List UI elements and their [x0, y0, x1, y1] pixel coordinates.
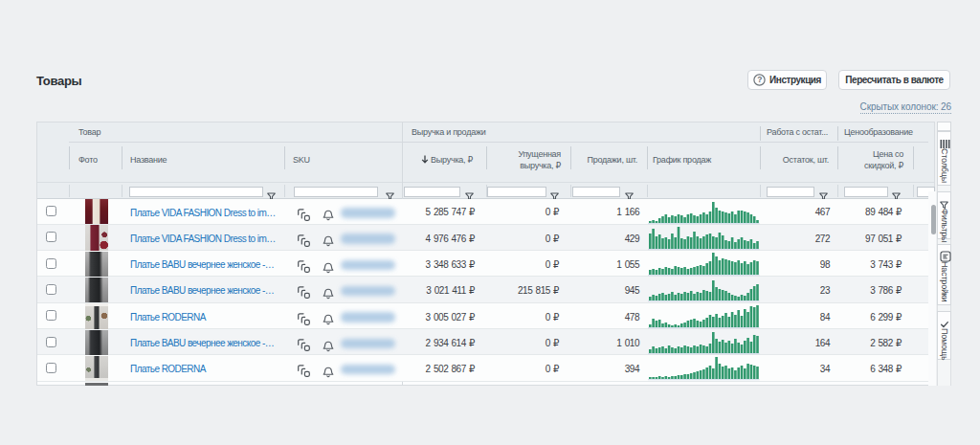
svg-text:?: ?: [757, 75, 762, 84]
